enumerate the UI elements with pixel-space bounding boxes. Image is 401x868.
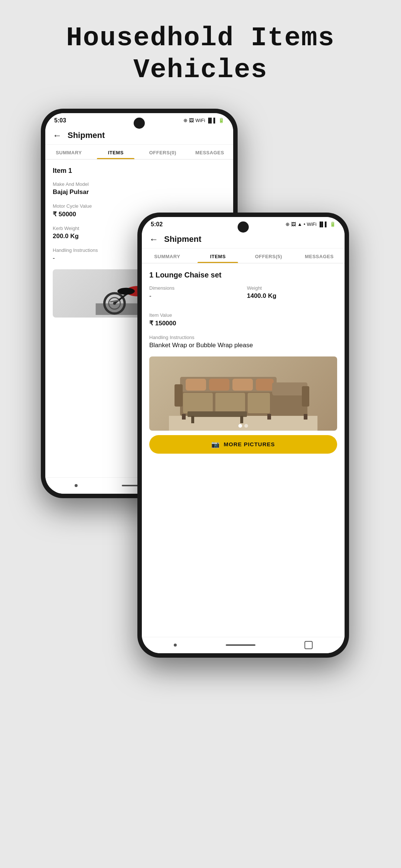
svg-rect-22 [183, 393, 213, 413]
more-pictures-label: MORE PICTURES [224, 441, 275, 447]
field-weight-front: Weight 1400.0 Kg [247, 285, 337, 306]
notification-icon-front: ⊕ [286, 221, 290, 227]
tab-offers-front[interactable]: OFFERS(5) [243, 249, 294, 263]
field-handling-front: Handling Instructions Blanket Wrap or Bu… [149, 335, 337, 349]
bottom-nav-front [142, 637, 345, 653]
item-title-back: Item 1 [53, 167, 226, 175]
svg-rect-34 [304, 414, 307, 420]
app-nav-front: ← Shipment [142, 230, 345, 249]
wifi-icon: WiFi [195, 118, 205, 123]
dimensions-weight-row: Dimensions - Weight 1400.0 Kg [149, 285, 337, 306]
location-icon-front: ▲ [297, 221, 302, 227]
bottom-square-front [304, 641, 313, 649]
dot-2 [244, 424, 248, 428]
label-moto-value: Motor Cycle Value [53, 203, 226, 209]
tab-summary-front[interactable]: SUMMARY [142, 249, 193, 263]
battery-icon-front: 🔋 [330, 221, 336, 227]
signal-icon: ▐▌▌ [206, 118, 217, 123]
tab-messages-front[interactable]: MESSAGES [294, 249, 345, 263]
notch-front [238, 221, 249, 233]
status-time-back: 5:03 [54, 117, 66, 124]
svg-rect-27 [232, 379, 253, 391]
label-weight-front: Weight [247, 285, 337, 291]
tab-messages-back[interactable]: MESSAGES [186, 145, 234, 159]
status-icons-front: ⊕ 🖼 ▲ • WiFi ▐▌▌ 🔋 [286, 221, 336, 227]
value-dimensions: - [149, 292, 239, 300]
tab-summary-back[interactable]: SUMMARY [45, 145, 92, 159]
tab-offers-back[interactable]: OFFERS(0) [139, 145, 186, 159]
value-make-model: Bajaj Pulsar [53, 188, 226, 196]
nav-title-back: Shipment [68, 131, 105, 140]
dot-1 [238, 424, 242, 428]
svg-rect-32 [182, 414, 186, 420]
bottom-dot [75, 484, 78, 487]
value-handling-front: Blanket Wrap or Bubble Wrap please [149, 342, 337, 349]
svg-rect-35 [188, 411, 247, 417]
status-time-front: 5:02 [151, 221, 163, 228]
status-icons-back: ⊕ 🖼 WiFi ▐▌▌ 🔋 [183, 118, 224, 123]
label-handling-front: Handling Instructions [149, 335, 337, 340]
notch-back [134, 118, 145, 129]
notification-icon: ⊕ [183, 118, 188, 123]
svg-rect-23 [215, 393, 245, 413]
gallery-icon: 🖼 [189, 118, 194, 123]
tabs-back: SUMMARY ITEMS OFFERS(0) MESSAGES [45, 145, 233, 160]
back-button-front[interactable]: ← [149, 234, 158, 244]
phone-front: 5:02 ⊕ 🖼 ▲ • WiFi ▐▌▌ 🔋 ← Shipment [137, 213, 349, 658]
page-title: Housedhold Items Vehicles [66, 22, 335, 86]
field-dimensions: Dimensions - [149, 285, 239, 306]
image-dots [238, 424, 248, 428]
content-front: 1 Lounge Chaise set Dimensions - Weight … [142, 263, 345, 637]
svg-point-13 [117, 288, 135, 295]
svg-rect-24 [248, 393, 270, 413]
svg-rect-26 [209, 379, 229, 391]
sofa-image [149, 356, 337, 431]
camera-icon: 📷 [211, 440, 220, 448]
phone-front-screen: 5:02 ⊕ 🖼 ▲ • WiFi ▐▌▌ 🔋 ← Shipment [142, 217, 345, 653]
value-item-value: ₹ 150000 [149, 319, 337, 327]
tab-items-front[interactable]: ITEMS [193, 249, 244, 263]
label-dimensions: Dimensions [149, 285, 239, 291]
gallery-icon-front: 🖼 [291, 221, 296, 227]
bottom-dot-front [174, 644, 177, 647]
svg-rect-36 [191, 416, 194, 423]
svg-rect-25 [186, 379, 206, 391]
svg-rect-28 [256, 379, 274, 391]
svg-rect-37 [240, 416, 243, 423]
label-item-value: Item Value [149, 312, 337, 318]
more-pictures-button[interactable]: 📷 MORE PICTURES [149, 435, 337, 454]
field-item-value: Item Value ₹ 150000 [149, 312, 337, 327]
value-weight-front: 1400.0 Kg [247, 292, 337, 300]
app-nav-back: ← Shipment [45, 126, 233, 145]
bottom-line-front [226, 644, 255, 646]
svg-rect-20 [175, 384, 183, 407]
signal-icon-front: ▐▌▌ [318, 221, 328, 227]
wifi-icon-front: WiFi [307, 221, 316, 227]
svg-rect-33 [267, 414, 271, 420]
battery-icon: 🔋 [218, 118, 224, 123]
label-make-model: Make And Model [53, 181, 226, 187]
front-item-title: 1 Lounge Chaise set [149, 271, 337, 279]
tabs-front: SUMMARY ITEMS OFFERS(5) MESSAGES [142, 249, 345, 263]
phones-container: 5:03 ⊕ 🖼 WiFi ▐▌▌ 🔋 ← Shipment SUMMARY [33, 109, 368, 739]
back-button-back[interactable]: ← [53, 130, 62, 141]
field-make-model: Make And Model Bajaj Pulsar [53, 181, 226, 196]
dot-icon-front: • [304, 221, 306, 227]
nav-title-front: Shipment [164, 234, 201, 244]
svg-rect-31 [302, 386, 309, 407]
tab-items-back[interactable]: ITEMS [92, 145, 140, 159]
